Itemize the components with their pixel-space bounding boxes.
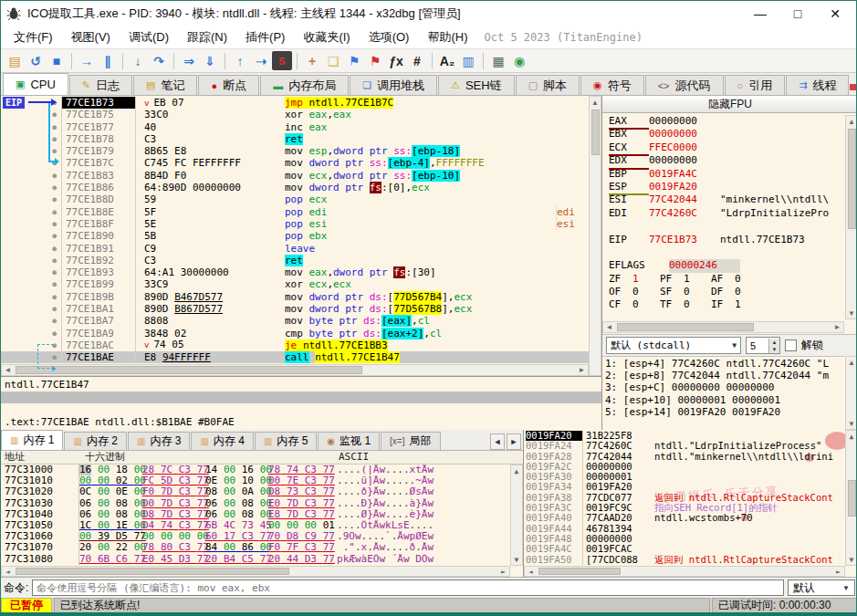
disasm-row[interactable]: ●77CE1B7740inc eax (1, 121, 589, 133)
stop-icon[interactable]: ■ (47, 51, 67, 70)
bookmark-icon[interactable]: ⚑ (365, 51, 385, 70)
disasm-row[interactable]: ●77CE1BAEE8 94FFFFFFcall ntdll.77CE1B47 (1, 351, 589, 363)
breakpoint-dot[interactable]: ● (52, 303, 57, 315)
tab-breakpoints[interactable]: ●断点 (198, 75, 259, 95)
tab-dump4[interactable]: ▥内存 4 (191, 432, 253, 450)
minimize-button[interactable]: — (745, 3, 776, 25)
stack-row[interactable]: 0019FA4077CAAD20ntdll.wcstombs+70 (526, 513, 845, 523)
run-to-cursor-icon[interactable]: ⇒ (179, 51, 199, 70)
tab-references[interactable]: ○引用 (725, 75, 786, 95)
disasm-row[interactable]: ●77CE1BACv74 05je ntdll.77CE1BB3 (1, 339, 589, 351)
disasm-row[interactable]: ●77CE1B9933C9xor ecx,ecx (1, 278, 589, 290)
stack-row[interactable]: 0019FA2C00000000 (526, 462, 845, 472)
disasm-row[interactable]: ●77CE1BA93848 02cmp byte ptr ds:[eax+2],… (1, 328, 589, 339)
breakpoint-gutter[interactable]: ● (1, 218, 61, 230)
stack-row[interactable]: 0019FA2877C42044ntdll."minkernel\\ntdll\… (526, 452, 845, 462)
execute-till-return-icon[interactable]: ⇓ (200, 51, 220, 70)
argument-row[interactable]: 2: [esp+8] 77C42044 ntdll.77C42044 "m (605, 370, 841, 381)
breakpoint-gutter[interactable]: ● (1, 291, 61, 303)
breakpoint-gutter[interactable]: ● (1, 328, 61, 339)
disasm-row[interactable]: ●77CE1B8F5Epop esiesi (1, 218, 589, 230)
argument-row[interactable]: 4: [esp+10] 00000001 00000001 (605, 394, 841, 406)
register-row[interactable]: CF0TF0IF1 (609, 298, 844, 311)
tab-watch1[interactable]: ◉监视 1 (318, 432, 380, 450)
breakpoint-gutter[interactable]: ● (1, 303, 61, 315)
breakpoint-dot[interactable]: ● (52, 328, 57, 339)
menu-item[interactable]: 收藏夹(I) (294, 26, 359, 48)
menu-item[interactable]: 文件(F) (5, 26, 62, 48)
tab-symbols[interactable]: ◉符号 (580, 75, 644, 95)
register-row[interactable]: ESI77C42044"minkernel\\ntdll\ (609, 193, 844, 206)
pause-icon[interactable]: ∥ (98, 51, 118, 70)
menu-item[interactable]: 视图(V) (62, 26, 120, 48)
stack-row[interactable]: 0019FA4446781394 (526, 524, 845, 534)
breakpoint-dot[interactable]: ● (52, 206, 57, 218)
unlock-checkbox[interactable] (785, 339, 797, 351)
disasm-row[interactable]: ●77CE1B91C9leave (1, 243, 589, 255)
breakpoint-gutter[interactable]: ● (1, 243, 61, 255)
tab-notes[interactable]: ▤笔记 (133, 75, 197, 95)
breakpoint-dot[interactable]: ● (52, 182, 57, 193)
step-into-icon[interactable]: ↓ (128, 51, 148, 70)
argument-row[interactable]: 5: [esp+14] 0019FA20 0019FA20 (605, 406, 841, 418)
menu-item[interactable]: 选项(O) (360, 26, 419, 48)
tab-log[interactable]: ✎日志 (69, 75, 132, 95)
disassembly-hscrollbar[interactable]: ◄► (1, 364, 589, 376)
disasm-row[interactable]: ●77CE1B7533C0xor eax,eax (1, 109, 589, 120)
stack-row[interactable]: 0019FA3C0019FC9C指向SEH_Record[1]的指针 (526, 503, 845, 513)
run-icon[interactable]: → (77, 51, 97, 70)
breakpoint-gutter[interactable]: ● (1, 315, 61, 327)
tab-dump1[interactable]: ▥内存 1 (1, 430, 63, 450)
menu-item[interactable]: 跟踪(N) (178, 26, 236, 48)
disasm-row[interactable]: ●77CE1B798B65 E8mov esp,dword ptr ss:[eb… (1, 145, 589, 157)
hide-fpu-button[interactable]: 隐藏FPU (602, 96, 857, 113)
argument-count-stepper[interactable]: 5 ▲▼ (746, 337, 780, 354)
register-row[interactable]: ZF1PF1AF0 (609, 273, 844, 286)
registers-vscrollbar[interactable]: ▲▼ (845, 115, 857, 319)
disasm-row[interactable]: ●77CE1B838B4D F0mov ecx,dword ptr ss:[eb… (1, 170, 589, 182)
command-profile-dropdown[interactable]: 默认▼ (788, 579, 855, 596)
register-row[interactable]: EBX00000000 (609, 128, 844, 141)
disasm-row[interactable]: ●77CE1B8E5Fpop ediedi (1, 206, 589, 218)
breakpoint-gutter[interactable]: ● (1, 266, 61, 278)
disasm-row[interactable]: ●77CE1BA1890D B867D577mov dword ptr ds:[… (1, 303, 589, 315)
breakpoint-dot[interactable]: ● (52, 193, 57, 205)
tab-memory-map[interactable]: ▬内存布局 (260, 75, 349, 95)
breakpoint-gutter[interactable]: ● (1, 182, 61, 193)
dump-row[interactable]: 77C3108070 6B C6 77E0 45 D3 7720 B4 C5 7… (1, 554, 510, 565)
argument-row[interactable]: 1: [esp+4] 77C4260C ntdll.77C4260C "L (605, 358, 841, 370)
stack-hscrollbar[interactable]: ◄► (524, 566, 845, 577)
register-row[interactable]: ESP0019FA20 (609, 181, 844, 193)
breakpoint-gutter[interactable]: ● (1, 230, 61, 242)
disassembly-vscrollbar[interactable]: ▲ (589, 96, 601, 376)
breakpoint-dot[interactable]: ● (52, 266, 57, 278)
calling-convention-select[interactable]: 默认 (stdcall)▼ (606, 337, 741, 354)
stack-vscrollbar[interactable]: ▲▼ (845, 430, 857, 566)
register-row[interactable]: EFLAGS00000246 (609, 259, 844, 272)
registers-hscrollbar[interactable]: ◄► (602, 321, 844, 333)
tab-dump2[interactable]: ▥内存 2 (64, 432, 126, 450)
register-row[interactable]: EAX00000000 (609, 115, 844, 128)
tab-seh-chain[interactable]: ⚠SEH链 (438, 75, 515, 95)
tab-scroll-right-button[interactable]: ► (507, 433, 521, 450)
stack-row[interactable]: 0019FA340019FA20 (526, 482, 845, 492)
disasm-row[interactable]: ●77CE1B7CC745 FC FEFFFFFFmov dword ptr s… (1, 157, 589, 169)
menu-item[interactable]: 调试(D) (120, 26, 178, 48)
function-icon[interactable]: ƒx (386, 51, 406, 70)
register-row[interactable]: EBP0019FA4C (609, 168, 844, 181)
breakpoint-dot[interactable]: ● (52, 243, 57, 255)
breakpoint-dot[interactable]: ● (52, 230, 57, 242)
stack-row[interactable]: 0019FA4C0019FCAC (526, 544, 845, 554)
close-button[interactable]: ✕ (820, 3, 851, 25)
command-input[interactable] (32, 579, 784, 596)
breakpoint-gutter[interactable]: ● (1, 193, 61, 205)
restart-icon[interactable]: ↺ (26, 51, 46, 70)
register-row[interactable]: ECXFFEC0000 (609, 141, 844, 154)
comment-icon[interactable]: ❑ (323, 51, 343, 70)
disasm-row[interactable]: ●77CE1B8664:890D 00000000mov dword ptr f… (1, 182, 589, 193)
arguments-vscrollbar[interactable]: ▲▼ (845, 356, 857, 430)
stack-row[interactable]: 0019FA3000000001 (526, 472, 845, 482)
stack-row[interactable]: 0019FA2031B225F8 (526, 431, 845, 441)
stack-row[interactable]: 0019FA3877CDC077返回到 ntdll.RtlCaptureStac… (526, 493, 845, 503)
tab-source[interactable]: <>源代码 (645, 75, 724, 95)
